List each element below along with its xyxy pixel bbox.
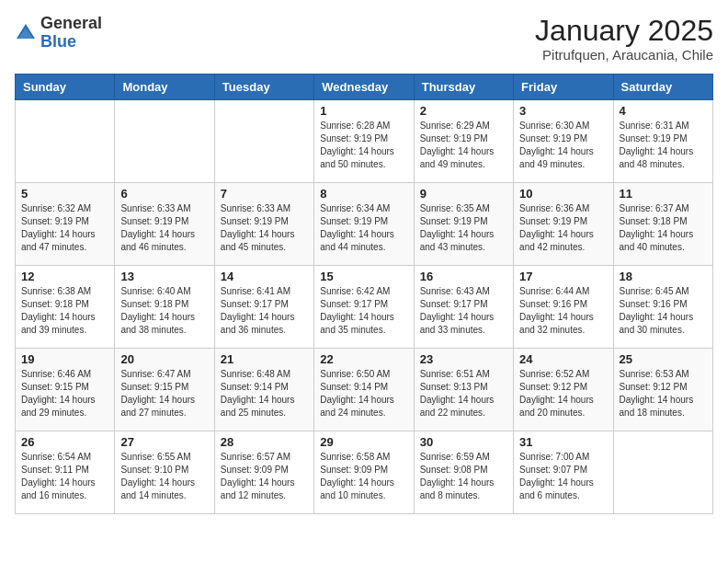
table-row: 20Sunrise: 6:47 AM Sunset: 9:15 PM Dayli… xyxy=(115,349,214,431)
day-info: Sunrise: 6:37 AM Sunset: 9:18 PM Dayligh… xyxy=(620,202,707,254)
header-monday: Monday xyxy=(115,75,214,100)
day-info: Sunrise: 6:30 AM Sunset: 9:19 PM Dayligh… xyxy=(519,120,607,171)
day-info: Sunrise: 6:55 AM Sunset: 9:10 PM Dayligh… xyxy=(120,451,208,502)
table-row: 7Sunrise: 6:33 AM Sunset: 9:19 PM Daylig… xyxy=(214,183,313,266)
table-row: 14Sunrise: 6:41 AM Sunset: 9:17 PM Dayli… xyxy=(214,266,313,349)
table-row: 16Sunrise: 6:43 AM Sunset: 9:17 PM Dayli… xyxy=(414,266,513,349)
logo-icon xyxy=(15,22,37,44)
day-info: Sunrise: 6:58 AM Sunset: 9:09 PM Dayligh… xyxy=(320,451,407,502)
day-number: 26 xyxy=(21,435,108,449)
table-row: 31Sunrise: 7:00 AM Sunset: 9:07 PM Dayli… xyxy=(514,431,613,514)
table-row: 27Sunrise: 6:55 AM Sunset: 9:10 PM Dayli… xyxy=(115,431,214,514)
page-header: General Blue January 2025 Pitrufquen, Ar… xyxy=(15,15,713,63)
day-number: 24 xyxy=(519,352,607,366)
day-info: Sunrise: 6:28 AM Sunset: 9:19 PM Dayligh… xyxy=(320,120,407,171)
day-info: Sunrise: 6:48 AM Sunset: 9:14 PM Dayligh… xyxy=(221,368,308,419)
title-block: January 2025 Pitrufquen, Araucania, Chil… xyxy=(535,15,713,63)
day-info: Sunrise: 6:33 AM Sunset: 9:19 PM Dayligh… xyxy=(120,202,208,254)
day-number: 8 xyxy=(320,187,407,201)
location-title: Pitrufquen, Araucania, Chile xyxy=(535,47,713,63)
day-info: Sunrise: 6:41 AM Sunset: 9:17 PM Dayligh… xyxy=(221,285,308,337)
table-row xyxy=(16,100,115,183)
day-info: Sunrise: 6:34 AM Sunset: 9:19 PM Dayligh… xyxy=(320,202,407,254)
day-number: 6 xyxy=(120,187,208,201)
table-row: 24Sunrise: 6:52 AM Sunset: 9:12 PM Dayli… xyxy=(514,349,613,431)
table-row: 6Sunrise: 6:33 AM Sunset: 9:19 PM Daylig… xyxy=(115,183,214,266)
table-row: 19Sunrise: 6:46 AM Sunset: 9:15 PM Dayli… xyxy=(16,349,115,431)
day-number: 22 xyxy=(320,352,407,366)
day-info: Sunrise: 6:44 AM Sunset: 9:16 PM Dayligh… xyxy=(519,285,607,337)
day-number: 11 xyxy=(620,187,707,201)
calendar-week-row: 5Sunrise: 6:32 AM Sunset: 9:19 PM Daylig… xyxy=(16,183,713,266)
calendar-week-row: 12Sunrise: 6:38 AM Sunset: 9:18 PM Dayli… xyxy=(16,266,713,349)
day-number: 2 xyxy=(420,104,507,118)
day-info: Sunrise: 6:33 AM Sunset: 9:19 PM Dayligh… xyxy=(221,202,308,254)
day-info: Sunrise: 7:00 AM Sunset: 9:07 PM Dayligh… xyxy=(519,451,607,502)
table-row: 8Sunrise: 6:34 AM Sunset: 9:19 PM Daylig… xyxy=(314,183,414,266)
table-row: 2Sunrise: 6:29 AM Sunset: 9:19 PM Daylig… xyxy=(414,100,513,183)
day-number: 18 xyxy=(620,270,707,283)
table-row: 25Sunrise: 6:53 AM Sunset: 9:12 PM Dayli… xyxy=(613,349,712,431)
day-number: 28 xyxy=(221,435,308,449)
table-row: 4Sunrise: 6:31 AM Sunset: 9:19 PM Daylig… xyxy=(613,100,712,183)
table-row: 29Sunrise: 6:58 AM Sunset: 9:09 PM Dayli… xyxy=(314,431,414,514)
day-number: 14 xyxy=(221,270,308,283)
day-info: Sunrise: 6:43 AM Sunset: 9:17 PM Dayligh… xyxy=(420,285,507,337)
day-number: 7 xyxy=(221,187,308,201)
day-info: Sunrise: 6:45 AM Sunset: 9:16 PM Dayligh… xyxy=(620,285,707,337)
day-info: Sunrise: 6:52 AM Sunset: 9:12 PM Dayligh… xyxy=(519,368,607,419)
table-row: 28Sunrise: 6:57 AM Sunset: 9:09 PM Dayli… xyxy=(214,431,313,514)
day-info: Sunrise: 6:31 AM Sunset: 9:19 PM Dayligh… xyxy=(620,120,707,171)
weekday-header-row: Sunday Monday Tuesday Wednesday Thursday… xyxy=(16,75,713,100)
header-friday: Friday xyxy=(514,75,613,100)
day-info: Sunrise: 6:51 AM Sunset: 9:13 PM Dayligh… xyxy=(420,368,507,419)
table-row: 5Sunrise: 6:32 AM Sunset: 9:19 PM Daylig… xyxy=(16,183,115,266)
header-sunday: Sunday xyxy=(16,75,115,100)
table-row xyxy=(613,431,712,514)
table-row xyxy=(214,100,313,183)
day-number: 5 xyxy=(21,187,108,201)
day-number: 16 xyxy=(420,270,507,283)
table-row: 22Sunrise: 6:50 AM Sunset: 9:14 PM Dayli… xyxy=(314,349,414,431)
day-info: Sunrise: 6:38 AM Sunset: 9:18 PM Dayligh… xyxy=(21,285,108,337)
table-row: 11Sunrise: 6:37 AM Sunset: 9:18 PM Dayli… xyxy=(613,183,712,266)
table-row: 30Sunrise: 6:59 AM Sunset: 9:08 PM Dayli… xyxy=(414,431,513,514)
day-number: 12 xyxy=(21,270,108,283)
day-number: 13 xyxy=(120,270,208,283)
day-number: 1 xyxy=(320,104,407,118)
table-row: 12Sunrise: 6:38 AM Sunset: 9:18 PM Dayli… xyxy=(16,266,115,349)
day-info: Sunrise: 6:46 AM Sunset: 9:15 PM Dayligh… xyxy=(21,368,108,419)
table-row: 26Sunrise: 6:54 AM Sunset: 9:11 PM Dayli… xyxy=(16,431,115,514)
header-tuesday: Tuesday xyxy=(214,75,313,100)
logo: General Blue xyxy=(15,15,102,52)
header-wednesday: Wednesday xyxy=(314,75,414,100)
day-info: Sunrise: 6:50 AM Sunset: 9:14 PM Dayligh… xyxy=(320,368,407,419)
day-info: Sunrise: 6:35 AM Sunset: 9:19 PM Dayligh… xyxy=(420,202,507,254)
table-row: 18Sunrise: 6:45 AM Sunset: 9:16 PM Dayli… xyxy=(613,266,712,349)
month-title: January 2025 xyxy=(535,15,713,47)
day-info: Sunrise: 6:53 AM Sunset: 9:12 PM Dayligh… xyxy=(620,368,707,419)
table-row: 1Sunrise: 6:28 AM Sunset: 9:19 PM Daylig… xyxy=(314,100,414,183)
calendar-week-row: 19Sunrise: 6:46 AM Sunset: 9:15 PM Dayli… xyxy=(16,349,713,431)
day-number: 9 xyxy=(420,187,507,201)
logo-general: General Blue xyxy=(40,15,102,52)
day-info: Sunrise: 6:40 AM Sunset: 9:18 PM Dayligh… xyxy=(120,285,208,337)
day-info: Sunrise: 6:57 AM Sunset: 9:09 PM Dayligh… xyxy=(221,451,308,502)
calendar-week-row: 26Sunrise: 6:54 AM Sunset: 9:11 PM Dayli… xyxy=(16,431,713,514)
table-row: 10Sunrise: 6:36 AM Sunset: 9:19 PM Dayli… xyxy=(514,183,613,266)
day-number: 21 xyxy=(221,352,308,366)
day-number: 15 xyxy=(320,270,407,283)
table-row: 13Sunrise: 6:40 AM Sunset: 9:18 PM Dayli… xyxy=(115,266,214,349)
table-row: 3Sunrise: 6:30 AM Sunset: 9:19 PM Daylig… xyxy=(514,100,613,183)
day-info: Sunrise: 6:47 AM Sunset: 9:15 PM Dayligh… xyxy=(120,368,208,419)
day-info: Sunrise: 6:36 AM Sunset: 9:19 PM Dayligh… xyxy=(519,202,607,254)
day-info: Sunrise: 6:54 AM Sunset: 9:11 PM Dayligh… xyxy=(21,451,108,502)
day-number: 3 xyxy=(519,104,607,118)
table-row: 23Sunrise: 6:51 AM Sunset: 9:13 PM Dayli… xyxy=(414,349,513,431)
table-row: 17Sunrise: 6:44 AM Sunset: 9:16 PM Dayli… xyxy=(514,266,613,349)
day-number: 17 xyxy=(519,270,607,283)
day-number: 4 xyxy=(620,104,707,118)
header-thursday: Thursday xyxy=(414,75,513,100)
calendar-week-row: 1Sunrise: 6:28 AM Sunset: 9:19 PM Daylig… xyxy=(16,100,713,183)
day-number: 27 xyxy=(120,435,208,449)
